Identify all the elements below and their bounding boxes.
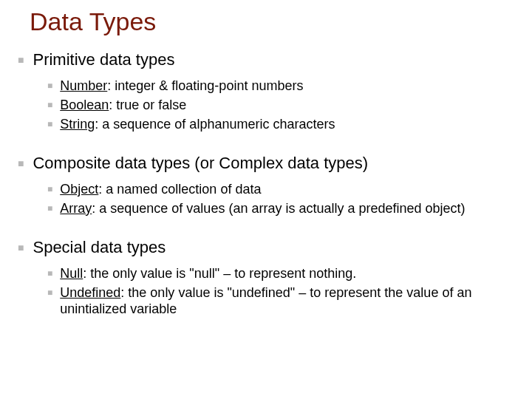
section-items: ■ Object: a named collection of data ■ A…: [47, 181, 510, 216]
item-text: Boolean: true or false: [60, 97, 186, 113]
list-item: ■ Undefined: the only value is "undefine…: [47, 284, 510, 317]
item-text: Undefined: the only value is "undefined"…: [60, 284, 496, 317]
item-text: String: a sequence of alphanumeric chara…: [60, 116, 335, 132]
square-bullet-icon: ■: [47, 78, 52, 94]
list-item: ■ Object: a named collection of data: [47, 181, 510, 197]
square-bullet-icon: ■: [47, 200, 52, 216]
item-term: Boolean: [60, 98, 109, 112]
square-bullet-icon: ■: [47, 284, 52, 301]
item-desc: : the only value is "undefined" – to rep…: [60, 285, 471, 316]
item-term: String: [60, 117, 95, 132]
item-text: Number: integer & floating-point numbers: [60, 78, 303, 94]
list-item: ■ Boolean: true or false: [47, 97, 510, 113]
square-bullet-icon: ■: [18, 237, 24, 258]
square-bullet-icon: ■: [47, 181, 52, 197]
item-desc: : the only value is "null" – to represen…: [83, 266, 356, 281]
list-item: ■ Number: integer & floating-point numbe…: [47, 78, 510, 94]
item-text: Null: the only value is "null" – to repr…: [60, 265, 356, 282]
item-term: Null: [60, 266, 83, 281]
list-item: ■ Null: the only value is "null" – to re…: [47, 265, 510, 282]
item-desc: : a sequence of alphanumeric characters: [95, 117, 335, 132]
section-composite: ■ Composite data types (or Complex data …: [22, 153, 510, 216]
square-bullet-icon: ■: [47, 116, 52, 132]
section-special: ■ Special data types ■ Null: the only va…: [22, 237, 510, 317]
item-desc: : integer & floating-point numbers: [107, 78, 303, 93]
section-items: ■ Number: integer & floating-point numbe…: [47, 78, 510, 132]
section-heading: Primitive data types: [33, 50, 174, 70]
section-heading: Composite data types (or Complex data ty…: [33, 153, 368, 174]
list-item: ■ String: a sequence of alphanumeric cha…: [47, 116, 510, 132]
item-desc: : a named collection of data: [98, 182, 261, 197]
section-heading: Special data types: [33, 237, 166, 258]
item-desc: : a sequence of values (an array is actu…: [92, 201, 465, 216]
section-primitive: ■ Primitive data types ■ Number: integer…: [22, 50, 510, 132]
square-bullet-icon: ■: [47, 265, 52, 282]
item-desc: : true or false: [109, 98, 186, 112]
section-heading-row: ■ Composite data types (or Complex data …: [18, 153, 510, 174]
item-text: Object: a named collection of data: [60, 181, 261, 197]
list-item: ■ Array: a sequence of values (an array …: [47, 200, 510, 216]
square-bullet-icon: ■: [47, 97, 52, 113]
section-heading-row: ■ Primitive data types: [18, 50, 510, 70]
slide-title: Data Types: [30, 7, 510, 36]
item-term: Array: [60, 201, 92, 216]
item-term: Number: [60, 78, 107, 93]
section-items: ■ Null: the only value is "null" – to re…: [47, 265, 510, 317]
item-term: Object: [60, 182, 98, 197]
section-heading-row: ■ Special data types: [18, 237, 510, 258]
square-bullet-icon: ■: [18, 153, 24, 174]
item-term: Undefined: [60, 285, 120, 300]
slide: Data Types ■ Primitive data types ■ Numb…: [0, 0, 532, 399]
item-text: Array: a sequence of values (an array is…: [60, 200, 465, 216]
square-bullet-icon: ■: [18, 50, 24, 70]
